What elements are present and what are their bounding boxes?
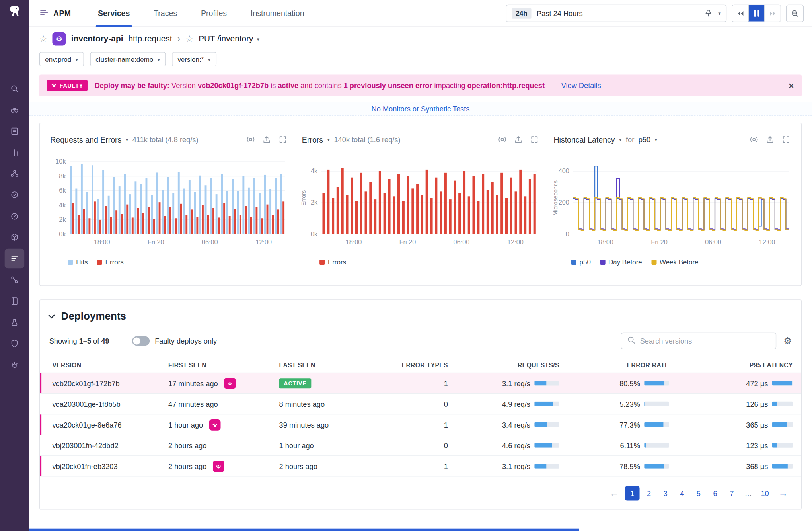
svg-text:0: 0 (566, 231, 569, 238)
cell-first-seen: 1 hour ago (162, 419, 273, 430)
page-2[interactable]: 2 (642, 486, 656, 500)
favorite-star-icon[interactable]: ☆ (39, 33, 47, 44)
table-row[interactable]: vbj20ck01fn-eb32032 hours ago2 hours ago… (40, 456, 801, 476)
sidebar-item-synthetics[interactable] (5, 206, 24, 226)
sidebar-item-search[interactable] (5, 79, 24, 98)
page-5[interactable]: 5 (691, 486, 706, 500)
next-page-arrow[interactable]: → (774, 488, 792, 499)
create-monitor-icon[interactable] (750, 135, 759, 144)
legend-item-hits[interactable]: Hits (68, 258, 88, 266)
filter-pill-version[interactable]: version:*▾ (172, 52, 216, 66)
showing-prefix: Showing (49, 337, 77, 345)
sidebar-item-watchdog[interactable] (5, 100, 24, 119)
datadog-dog-icon (7, 4, 22, 20)
view-details-link[interactable]: View Details (561, 81, 601, 90)
sidebar-item-apm[interactable] (5, 249, 24, 268)
errors-plot[interactable]: 0k2k4k18:00Fri 2006:0012:00 (302, 156, 539, 255)
pause-button[interactable] (748, 5, 764, 21)
column-header-first-seen[interactable]: FIRST SEEN (162, 361, 273, 369)
chart-title[interactable]: Requests and Errors (50, 135, 121, 144)
expand-icon[interactable] (530, 135, 539, 144)
expand-icon[interactable] (278, 135, 287, 144)
filter-pill-env[interactable]: env:prod▾ (39, 52, 84, 66)
prev-page-arrow[interactable]: ← (606, 488, 623, 499)
sidebar-item-monitors[interactable] (5, 185, 24, 205)
legend-item-week-before[interactable]: Week Before (651, 258, 698, 266)
legend-label: Hits (76, 258, 88, 266)
column-header-last-seen[interactable]: LAST SEEN (273, 361, 398, 369)
rewind-button[interactable] (732, 5, 748, 21)
legend-swatch-icon (600, 259, 605, 264)
export-icon[interactable] (765, 135, 775, 144)
cell-requests: 3.1 req/s (448, 379, 559, 387)
legend-label: p50 (580, 258, 591, 266)
legend-item-errors[interactable]: Errors (97, 258, 124, 266)
time-range-badge: 24h (512, 8, 532, 19)
sidebar-item-serverless[interactable] (5, 227, 24, 247)
column-header-p95-latency[interactable]: P95 LATENCY (669, 361, 801, 369)
sidebar-item-security[interactable] (5, 334, 24, 353)
table-row[interactable]: vbj203001fn-42dbd22 hours ago1 hour ago0… (40, 435, 801, 456)
collapse-chevron-icon[interactable] (48, 312, 55, 318)
search-box (621, 333, 776, 349)
page-3[interactable]: 3 (658, 486, 672, 500)
forward-button[interactable] (764, 5, 780, 21)
breadcrumb-service[interactable]: inventory-api (71, 34, 123, 43)
cell-error-types: 1 (398, 420, 448, 429)
chart-title[interactable]: Historical Latency (553, 135, 615, 144)
page-4[interactable]: 4 (675, 486, 689, 500)
latency-plot[interactable]: 020040018:00Fri 2006:0012:00 (553, 156, 791, 255)
breadcrumb-operation[interactable]: http.request (128, 34, 172, 43)
apm-product-menu[interactable]: APM (39, 8, 71, 19)
sidebar-item-ci[interactable] (5, 312, 24, 332)
legend-item-day-before[interactable]: Day Before (600, 258, 642, 266)
sidebar-item-metrics[interactable] (5, 143, 24, 162)
export-icon[interactable] (262, 135, 271, 144)
monitors-banner[interactable]: No Monitors or Synthetic Tests (29, 102, 812, 115)
table-settings-gear-icon[interactable]: ⚙ (783, 335, 792, 347)
create-monitor-icon[interactable] (498, 135, 507, 144)
tab-profiles[interactable]: Profiles (201, 0, 227, 27)
zoom-out-button[interactable] (786, 4, 804, 22)
column-header-error-types[interactable]: ERROR TYPES (398, 361, 448, 369)
requests-errors-plot[interactable]: 0k2k4k6k8k10k18:00Fri 2006:0012:00 (50, 156, 287, 255)
datadog-logo[interactable] (7, 4, 22, 21)
sidebar-item-profiling[interactable] (5, 355, 24, 375)
tab-instrumentation[interactable]: Instrumentation (251, 0, 304, 27)
sidebar-item-service-map[interactable] (5, 270, 24, 289)
tab-traces[interactable]: Traces (154, 0, 177, 27)
svg-text:18:00: 18:00 (346, 239, 362, 246)
table-row[interactable]: vca20ck01ge-8e6a761 hour ago39 minutes a… (40, 414, 801, 435)
pin-icon[interactable] (704, 8, 713, 18)
tab-services[interactable]: Services (98, 0, 130, 27)
favorite-star-icon[interactable]: ☆ (185, 33, 193, 44)
page-6[interactable]: 6 (708, 486, 722, 500)
chart-title[interactable]: Errors (302, 135, 323, 144)
column-header-version[interactable]: VERSION (40, 361, 162, 369)
page-7[interactable]: 7 (724, 486, 739, 500)
page-1[interactable]: 1 (625, 486, 639, 500)
search-input[interactable] (640, 337, 771, 345)
column-header-error-rate[interactable]: ERROR RATE (559, 361, 669, 369)
sidebar-item-logs[interactable] (5, 291, 24, 311)
filter-pill-cluster-name[interactable]: cluster-name:demo▾ (90, 52, 166, 66)
table-row[interactable]: vcb20ck01gf-172b7b17 minutes agoACTIVE13… (40, 373, 801, 394)
table-row[interactable]: vca203001ge-1f8b5b47 minutes ago8 minute… (40, 394, 801, 414)
service-icon: ⚙ (53, 32, 66, 46)
column-header-requests-s[interactable]: REQUESTS/S (448, 361, 559, 369)
page-10[interactable]: 10 (757, 486, 772, 500)
error-rate-meter (644, 402, 669, 406)
legend-item-errors[interactable]: Errors (319, 258, 346, 266)
svg-text:Fri 20: Fri 20 (399, 239, 416, 246)
close-icon[interactable]: × (788, 80, 794, 91)
expand-icon[interactable] (781, 135, 791, 144)
percentile-selector[interactable]: p50 (639, 135, 650, 144)
export-icon[interactable] (514, 135, 523, 144)
sidebar-item-infrastructure[interactable] (5, 164, 24, 183)
sidebar-item-events[interactable] (5, 121, 24, 141)
breadcrumb-resource[interactable]: PUT /inventory ▾ (199, 34, 259, 43)
faulty-only-toggle[interactable] (132, 336, 150, 346)
create-monitor-icon[interactable] (246, 135, 255, 144)
time-range-picker[interactable]: 24h Past 24 Hours ▾ (506, 4, 727, 22)
legend-item-p50[interactable]: p50 (571, 258, 591, 266)
